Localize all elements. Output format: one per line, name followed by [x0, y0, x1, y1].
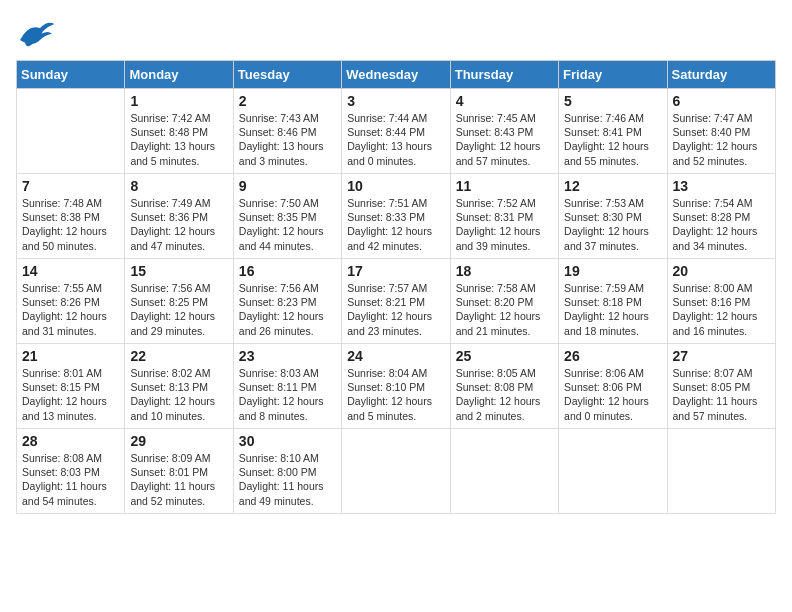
day-detail: Sunrise: 8:09 AMSunset: 8:01 PMDaylight:…: [130, 451, 227, 508]
day-detail: Sunrise: 8:05 AMSunset: 8:08 PMDaylight:…: [456, 366, 553, 423]
day-detail: Sunrise: 7:56 AMSunset: 8:25 PMDaylight:…: [130, 281, 227, 338]
day-number: 28: [22, 433, 119, 449]
day-detail: Sunrise: 8:10 AMSunset: 8:00 PMDaylight:…: [239, 451, 336, 508]
calendar-cell: 29Sunrise: 8:09 AMSunset: 8:01 PMDayligh…: [125, 429, 233, 514]
day-number: 9: [239, 178, 336, 194]
day-detail: Sunrise: 8:00 AMSunset: 8:16 PMDaylight:…: [673, 281, 770, 338]
day-detail: Sunrise: 8:04 AMSunset: 8:10 PMDaylight:…: [347, 366, 444, 423]
day-number: 2: [239, 93, 336, 109]
calendar-cell: [17, 89, 125, 174]
calendar-cell: 1Sunrise: 7:42 AMSunset: 8:48 PMDaylight…: [125, 89, 233, 174]
day-detail: Sunrise: 7:57 AMSunset: 8:21 PMDaylight:…: [347, 281, 444, 338]
day-number: 16: [239, 263, 336, 279]
calendar-cell: 9Sunrise: 7:50 AMSunset: 8:35 PMDaylight…: [233, 174, 341, 259]
calendar-cell: 8Sunrise: 7:49 AMSunset: 8:36 PMDaylight…: [125, 174, 233, 259]
day-detail: Sunrise: 7:49 AMSunset: 8:36 PMDaylight:…: [130, 196, 227, 253]
day-detail: Sunrise: 7:42 AMSunset: 8:48 PMDaylight:…: [130, 111, 227, 168]
day-detail: Sunrise: 7:46 AMSunset: 8:41 PMDaylight:…: [564, 111, 661, 168]
day-number: 6: [673, 93, 770, 109]
calendar-cell: 11Sunrise: 7:52 AMSunset: 8:31 PMDayligh…: [450, 174, 558, 259]
weekday-header: Saturday: [667, 61, 775, 89]
calendar-cell: 22Sunrise: 8:02 AMSunset: 8:13 PMDayligh…: [125, 344, 233, 429]
day-number: 8: [130, 178, 227, 194]
calendar-week-row: 28Sunrise: 8:08 AMSunset: 8:03 PMDayligh…: [17, 429, 776, 514]
day-number: 13: [673, 178, 770, 194]
day-detail: Sunrise: 8:08 AMSunset: 8:03 PMDaylight:…: [22, 451, 119, 508]
day-number: 5: [564, 93, 661, 109]
day-detail: Sunrise: 7:56 AMSunset: 8:23 PMDaylight:…: [239, 281, 336, 338]
day-detail: Sunrise: 7:52 AMSunset: 8:31 PMDaylight:…: [456, 196, 553, 253]
calendar-cell: 26Sunrise: 8:06 AMSunset: 8:06 PMDayligh…: [559, 344, 667, 429]
calendar-table: SundayMondayTuesdayWednesdayThursdayFrid…: [16, 60, 776, 514]
day-detail: Sunrise: 8:01 AMSunset: 8:15 PMDaylight:…: [22, 366, 119, 423]
calendar-cell: [450, 429, 558, 514]
calendar-cell: [342, 429, 450, 514]
calendar-week-row: 14Sunrise: 7:55 AMSunset: 8:26 PMDayligh…: [17, 259, 776, 344]
calendar-cell: 17Sunrise: 7:57 AMSunset: 8:21 PMDayligh…: [342, 259, 450, 344]
day-number: 14: [22, 263, 119, 279]
calendar-cell: [559, 429, 667, 514]
calendar-cell: 14Sunrise: 7:55 AMSunset: 8:26 PMDayligh…: [17, 259, 125, 344]
weekday-header: Tuesday: [233, 61, 341, 89]
calendar-cell: 21Sunrise: 8:01 AMSunset: 8:15 PMDayligh…: [17, 344, 125, 429]
calendar-cell: 23Sunrise: 8:03 AMSunset: 8:11 PMDayligh…: [233, 344, 341, 429]
calendar-cell: 4Sunrise: 7:45 AMSunset: 8:43 PMDaylight…: [450, 89, 558, 174]
day-detail: Sunrise: 7:58 AMSunset: 8:20 PMDaylight:…: [456, 281, 553, 338]
day-number: 27: [673, 348, 770, 364]
day-number: 10: [347, 178, 444, 194]
day-detail: Sunrise: 8:03 AMSunset: 8:11 PMDaylight:…: [239, 366, 336, 423]
day-detail: Sunrise: 7:59 AMSunset: 8:18 PMDaylight:…: [564, 281, 661, 338]
day-number: 15: [130, 263, 227, 279]
calendar-week-row: 21Sunrise: 8:01 AMSunset: 8:15 PMDayligh…: [17, 344, 776, 429]
day-number: 18: [456, 263, 553, 279]
day-detail: Sunrise: 8:07 AMSunset: 8:05 PMDaylight:…: [673, 366, 770, 423]
page-header: [16, 16, 776, 52]
calendar-cell: 19Sunrise: 7:59 AMSunset: 8:18 PMDayligh…: [559, 259, 667, 344]
calendar-cell: 15Sunrise: 7:56 AMSunset: 8:25 PMDayligh…: [125, 259, 233, 344]
day-detail: Sunrise: 7:44 AMSunset: 8:44 PMDaylight:…: [347, 111, 444, 168]
calendar-cell: 5Sunrise: 7:46 AMSunset: 8:41 PMDaylight…: [559, 89, 667, 174]
day-number: 30: [239, 433, 336, 449]
day-number: 11: [456, 178, 553, 194]
calendar-cell: 24Sunrise: 8:04 AMSunset: 8:10 PMDayligh…: [342, 344, 450, 429]
day-detail: Sunrise: 7:51 AMSunset: 8:33 PMDaylight:…: [347, 196, 444, 253]
day-detail: Sunrise: 7:55 AMSunset: 8:26 PMDaylight:…: [22, 281, 119, 338]
day-number: 20: [673, 263, 770, 279]
weekday-header: Monday: [125, 61, 233, 89]
weekday-header: Sunday: [17, 61, 125, 89]
calendar-cell: 6Sunrise: 7:47 AMSunset: 8:40 PMDaylight…: [667, 89, 775, 174]
calendar-cell: 7Sunrise: 7:48 AMSunset: 8:38 PMDaylight…: [17, 174, 125, 259]
calendar-week-row: 1Sunrise: 7:42 AMSunset: 8:48 PMDaylight…: [17, 89, 776, 174]
weekday-header: Friday: [559, 61, 667, 89]
calendar-cell: 18Sunrise: 7:58 AMSunset: 8:20 PMDayligh…: [450, 259, 558, 344]
calendar-cell: 3Sunrise: 7:44 AMSunset: 8:44 PMDaylight…: [342, 89, 450, 174]
day-detail: Sunrise: 7:48 AMSunset: 8:38 PMDaylight:…: [22, 196, 119, 253]
day-number: 29: [130, 433, 227, 449]
day-number: 21: [22, 348, 119, 364]
day-detail: Sunrise: 7:54 AMSunset: 8:28 PMDaylight:…: [673, 196, 770, 253]
day-number: 23: [239, 348, 336, 364]
calendar-cell: 28Sunrise: 8:08 AMSunset: 8:03 PMDayligh…: [17, 429, 125, 514]
day-detail: Sunrise: 7:50 AMSunset: 8:35 PMDaylight:…: [239, 196, 336, 253]
calendar-cell: 13Sunrise: 7:54 AMSunset: 8:28 PMDayligh…: [667, 174, 775, 259]
day-detail: Sunrise: 8:02 AMSunset: 8:13 PMDaylight:…: [130, 366, 227, 423]
day-number: 3: [347, 93, 444, 109]
logo: [16, 16, 58, 52]
logo-icon: [16, 16, 56, 52]
day-number: 12: [564, 178, 661, 194]
day-number: 17: [347, 263, 444, 279]
calendar-cell: [667, 429, 775, 514]
calendar-cell: 27Sunrise: 8:07 AMSunset: 8:05 PMDayligh…: [667, 344, 775, 429]
calendar-cell: 2Sunrise: 7:43 AMSunset: 8:46 PMDaylight…: [233, 89, 341, 174]
calendar-cell: 30Sunrise: 8:10 AMSunset: 8:00 PMDayligh…: [233, 429, 341, 514]
day-detail: Sunrise: 7:47 AMSunset: 8:40 PMDaylight:…: [673, 111, 770, 168]
day-number: 25: [456, 348, 553, 364]
day-detail: Sunrise: 7:53 AMSunset: 8:30 PMDaylight:…: [564, 196, 661, 253]
day-number: 1: [130, 93, 227, 109]
day-detail: Sunrise: 7:43 AMSunset: 8:46 PMDaylight:…: [239, 111, 336, 168]
calendar-cell: 16Sunrise: 7:56 AMSunset: 8:23 PMDayligh…: [233, 259, 341, 344]
day-number: 22: [130, 348, 227, 364]
day-detail: Sunrise: 8:06 AMSunset: 8:06 PMDaylight:…: [564, 366, 661, 423]
calendar-cell: 10Sunrise: 7:51 AMSunset: 8:33 PMDayligh…: [342, 174, 450, 259]
calendar-week-row: 7Sunrise: 7:48 AMSunset: 8:38 PMDaylight…: [17, 174, 776, 259]
